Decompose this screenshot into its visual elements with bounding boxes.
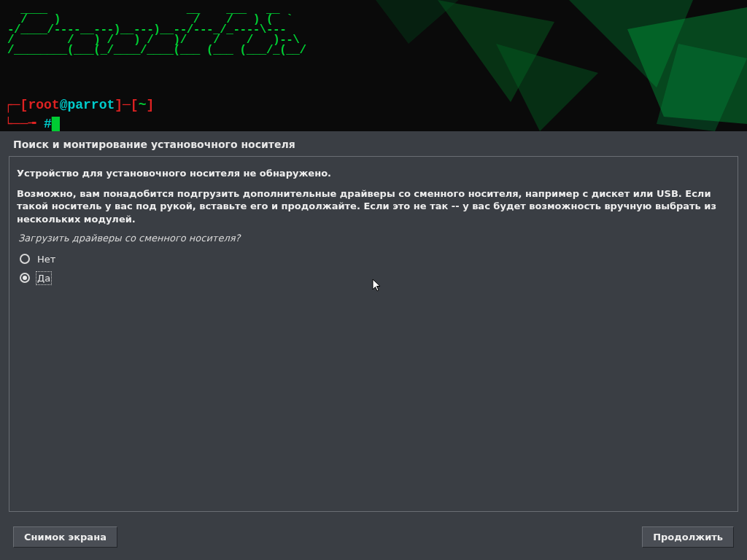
question-text: Загрузить драйверы со сменного носителя? (18, 233, 730, 244)
parrot-ascii-logo: ____ __ ___ __ / ) / / ) ( ` -/____/----… (7, 4, 306, 55)
footer-bar: Снимок экрана Продолжить (0, 526, 747, 548)
body-text: Возможно, вам понадобится подгрузить доп… (17, 187, 730, 226)
option-no-label: Нет (37, 254, 55, 265)
radio-icon (20, 273, 30, 283)
continue-button[interactable]: Продолжить (642, 526, 734, 548)
main-panel: Устройство для установочного носителя не… (9, 156, 738, 512)
shell-prompt-line1: ┌─[root@parrot]─[~] (4, 98, 154, 112)
screenshot-button[interactable]: Снимок экрана (13, 526, 117, 548)
error-heading: Устройство для установочного носителя не… (17, 167, 730, 180)
radio-icon (20, 254, 30, 264)
option-no[interactable]: Нет (17, 249, 730, 268)
option-yes-label: Да (37, 273, 50, 284)
shell-prompt-line2: └──╼ #█ (4, 115, 60, 131)
radio-group: Нет Да (17, 249, 730, 287)
page-title: Поиск и монтирование установочного носит… (0, 131, 747, 156)
option-yes[interactable]: Да (17, 268, 730, 287)
installer-banner: ____ __ ___ __ / ) / / ) ( ` -/____/----… (0, 0, 747, 131)
